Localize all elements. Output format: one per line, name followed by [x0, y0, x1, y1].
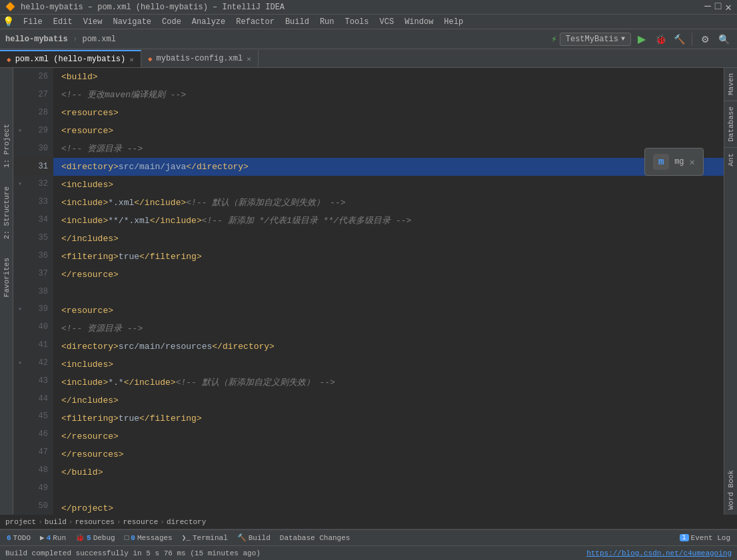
line-numbers-gutter: 262728▾293031▾32333435363738▾394041▾4243… — [13, 68, 53, 515]
fold-btn-32[interactable]: ▾ — [16, 180, 24, 188]
run-button[interactable]: ▶ — [634, 31, 650, 47]
window-controls[interactable]: ─ □ ✕ — [704, 1, 732, 14]
run-config-selector[interactable]: TestMyBatis ▼ — [560, 33, 631, 46]
fold-btn-29[interactable]: ▾ — [16, 127, 24, 135]
fold-btn-39[interactable]: ▾ — [16, 305, 24, 313]
status-bar: Build completed successfully in 5 s 76 m… — [0, 545, 737, 560]
menu-window[interactable]: Window — [399, 15, 438, 29]
menu-vcs[interactable]: VCS — [374, 15, 400, 29]
gutter-line-36: 36 — [13, 246, 53, 264]
build-button[interactable]: 🔨 — [671, 31, 687, 47]
btn-debug[interactable]: 🐞 5 Debug — [71, 532, 119, 543]
gutter-line-32: ▾32 — [13, 175, 53, 193]
gutter-line-43: 43 — [13, 372, 53, 390]
gutter-line-38: 38 — [13, 282, 53, 300]
maximize-btn[interactable]: □ — [715, 1, 722, 14]
code-line-30: <!-- 资源目录 --> — [53, 140, 724, 158]
code-line-46: </resource> — [53, 427, 724, 445]
side-tab-favorites[interactable]: Favorites — [3, 255, 11, 300]
btn-db-changes[interactable]: Database Changes — [276, 533, 355, 543]
code-line-29: <resource> — [53, 122, 724, 140]
breadcrumb-bar: project › build › resources › resource ›… — [0, 515, 737, 529]
gutter-line-37: 37 — [13, 264, 53, 282]
bc-resource[interactable]: resource — [123, 518, 158, 526]
menu-view[interactable]: View — [78, 15, 108, 29]
tab-icon-pom: ◆ — [7, 55, 11, 64]
code-line-32: <includes> — [53, 176, 724, 194]
gutter-line-31: 31 — [13, 157, 53, 175]
tab-close-pom[interactable]: ✕ — [129, 55, 134, 64]
notif-icon: m — [653, 154, 669, 170]
right-panel-maven[interactable]: Maven — [725, 68, 737, 101]
btn-messages[interactable]: □ 0 Messages — [121, 533, 177, 543]
code-line-42: <includes> — [53, 356, 724, 374]
right-panel-ant[interactable]: Ant — [725, 148, 737, 172]
gutter-line-35: 35 — [13, 229, 53, 247]
tab-pom-xml[interactable]: ◆ pom.xml (hello-mybatis) ✕ — [0, 50, 141, 67]
chevron-down-icon: ▼ — [621, 35, 625, 43]
menu-help[interactable]: Help — [438, 15, 468, 29]
menu-refactor[interactable]: Refactor — [231, 15, 280, 29]
gutter-line-33: 33 — [13, 193, 53, 211]
tab-mybatis-config[interactable]: ◆ mybatis-config.xml ✕ — [141, 50, 259, 67]
gutter-line-42: ▾42 — [13, 354, 53, 372]
btn-todo[interactable]: 6 TODO — [3, 533, 35, 543]
btn-run[interactable]: ▶ 4 Run — [36, 532, 70, 543]
menu-bar: 💡 File Edit View Navigate Code Analyze R… — [0, 15, 737, 29]
bc-build[interactable]: build — [45, 518, 67, 526]
code-line-34: <include>**/*.xml</include><!-- 新添加 */代表… — [53, 212, 724, 230]
bc-directory[interactable]: directory — [167, 518, 206, 526]
side-tab-structure[interactable]: 2: Structure — [3, 184, 11, 242]
menu-code[interactable]: Code — [157, 15, 187, 29]
code-line-41: <directory>src/main/resources</directory… — [53, 338, 724, 356]
tab-close-mybatis[interactable]: ✕ — [247, 55, 251, 63]
gutter-line-47: 47 — [13, 443, 53, 461]
search-everywhere-button[interactable]: 🔍 — [716, 31, 732, 47]
tab-icon-mybatis: ◆ — [148, 55, 153, 63]
minimize-btn[interactable]: ─ — [704, 1, 711, 14]
project-breadcrumb-label: hello-mybatis — [5, 35, 68, 44]
fold-btn-42[interactable]: ▾ — [16, 359, 24, 367]
debug-button[interactable]: 🐞 — [652, 31, 668, 47]
title-bar: 🔶 hello-mybatis – pom.xml (hello-mybatis… — [0, 0, 737, 15]
code-line-47: </resources> — [53, 445, 724, 463]
notif-text: mg — [674, 157, 684, 166]
menu-edit[interactable]: Edit — [48, 15, 78, 29]
menu-tools[interactable]: Tools — [340, 15, 374, 29]
side-tab-project[interactable]: 1: Project — [3, 121, 11, 170]
code-line-39: <resource> — [53, 302, 724, 320]
menu-file[interactable]: File — [18, 15, 48, 29]
code-line-27: <!-- 更改maven编译规则 --> — [53, 86, 724, 104]
code-line-37: </resource> — [53, 266, 724, 284]
bc-resources[interactable]: resources — [75, 518, 114, 526]
status-url[interactable]: https://blog.csdn.net/c4umeagoing — [586, 549, 732, 557]
gutter-line-44: 44 — [13, 390, 53, 408]
right-panel-wordbook[interactable]: Word Book — [725, 465, 737, 515]
gutter-line-41: 41 — [13, 336, 53, 354]
code-editor[interactable]: m mg ✕ <build> <!-- 更改maven编译规则 --> <res… — [53, 68, 724, 515]
notif-close-btn[interactable]: ✕ — [690, 156, 695, 168]
menu-run[interactable]: Run — [315, 15, 340, 29]
code-line-49 — [53, 481, 724, 499]
close-btn[interactable]: ✕ — [725, 1, 732, 14]
right-panels: Maven Database Ant Word Book — [724, 68, 737, 515]
run-config-label: TestMyBatis — [566, 35, 618, 44]
gutter-line-48: 48 — [13, 461, 53, 479]
menu-navigate[interactable]: Navigate — [107, 15, 157, 29]
right-panel-database[interactable]: Database — [725, 101, 737, 147]
app-icon: 💡 — [3, 16, 14, 27]
menu-analyze[interactable]: Analyze — [187, 15, 231, 29]
bc-project[interactable]: project — [5, 518, 36, 526]
toolbar: hello-mybatis › pom.xml ⚡ TestMyBatis ▼ … — [0, 29, 737, 49]
btn-event-log[interactable]: 1 Event Log — [676, 533, 734, 543]
btn-build[interactable]: 🔨 Build — [233, 532, 275, 543]
menu-build[interactable]: Build — [280, 15, 315, 29]
btn-terminal[interactable]: ❯_ Terminal — [178, 532, 232, 543]
code-line-40: <!-- 资源目录 --> — [53, 320, 724, 338]
tab-bar: ◆ pom.xml (hello-mybatis) ✕ ◆ mybatis-co… — [0, 49, 737, 68]
tab-label-mybatis: mybatis-config.xml — [157, 54, 243, 63]
code-line-50: </project> — [53, 499, 724, 515]
settings-button[interactable]: ⚙ — [697, 31, 713, 47]
code-line-31: <directory>src/main/java</directory> — [53, 158, 724, 176]
run-config-icon: ⚡ — [551, 33, 556, 45]
